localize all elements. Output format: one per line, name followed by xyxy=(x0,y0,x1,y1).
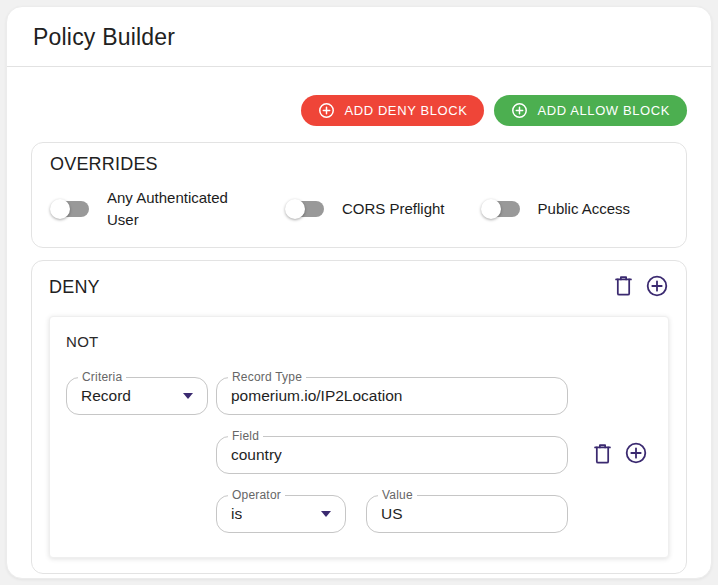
record-type-input-value: pomerium.io/IP2Location xyxy=(231,387,402,405)
add-circle-icon xyxy=(511,102,528,119)
policy-builder-card: Policy Builder ADD DENY BLOCK ADD ALLOW … xyxy=(6,6,712,579)
block-actions-row: ADD DENY BLOCK ADD ALLOW BLOCK xyxy=(31,95,687,126)
deny-block-title: DENY xyxy=(49,277,100,298)
page-title: Policy Builder xyxy=(33,24,685,51)
operator-row: Operator is Value US xyxy=(216,495,652,533)
toggle-item-any-authenticated-user: Any Authenticated User xyxy=(50,187,249,231)
field-input-value: country xyxy=(231,446,282,464)
record-type-input[interactable]: Record Type pomerium.io/IP2Location xyxy=(216,377,568,415)
card-header: Policy Builder xyxy=(7,7,711,67)
delete-criterion-button[interactable] xyxy=(592,442,613,468)
cors-preflight-toggle[interactable] xyxy=(285,198,325,220)
criteria-row: Criteria Record Record Type pomerium.io/… xyxy=(66,377,652,415)
deny-block-actions xyxy=(613,274,669,301)
add-allow-block-button[interactable]: ADD ALLOW BLOCK xyxy=(494,95,687,126)
delete-deny-block-button[interactable] xyxy=(613,274,634,300)
add-criterion-button[interactable] xyxy=(624,441,648,468)
operator-select[interactable]: Operator is xyxy=(216,495,346,533)
public-access-toggle[interactable] xyxy=(481,198,521,220)
criterion-actions xyxy=(592,441,648,468)
overrides-section: OVERRIDES Any Authenticated User CORS Pr… xyxy=(31,142,687,248)
trash-icon xyxy=(613,274,634,300)
operator-select-value: is xyxy=(231,505,242,523)
toggle-thumb xyxy=(481,199,501,219)
overrides-toggles-row: Any Authenticated User CORS Preflight Pu… xyxy=(50,187,668,231)
toggle-thumb xyxy=(285,199,305,219)
criteria-select[interactable]: Criteria Record xyxy=(66,377,208,415)
add-circle-icon xyxy=(624,441,648,468)
public-access-label: Public Access xyxy=(538,198,631,220)
criteria-select-label: Criteria xyxy=(78,370,126,384)
not-group-label: NOT xyxy=(66,333,652,350)
value-input[interactable]: Value US xyxy=(366,495,568,533)
add-circle-icon xyxy=(645,274,669,301)
any-authenticated-user-toggle[interactable] xyxy=(50,198,90,220)
value-input-value: US xyxy=(381,505,403,523)
trash-icon xyxy=(592,442,613,468)
overrides-title: OVERRIDES xyxy=(50,154,668,175)
any-authenticated-user-label: Any Authenticated User xyxy=(107,187,249,231)
field-input[interactable]: Field country xyxy=(216,436,568,474)
add-deny-block-label: ADD DENY BLOCK xyxy=(344,103,467,118)
deny-block-section: DENY xyxy=(31,260,687,574)
value-input-label: Value xyxy=(378,488,417,502)
dropdown-arrow-icon xyxy=(183,393,193,399)
add-rule-to-deny-block-button[interactable] xyxy=(645,274,669,301)
toggle-item-public-access: Public Access xyxy=(481,198,631,220)
add-allow-block-label: ADD ALLOW BLOCK xyxy=(537,103,670,118)
add-circle-icon xyxy=(318,102,335,119)
cors-preflight-label: CORS Preflight xyxy=(342,198,445,220)
not-rule-group: NOT Criteria Record Record Type pomerium… xyxy=(49,316,669,558)
add-deny-block-button[interactable]: ADD DENY BLOCK xyxy=(301,95,484,126)
dropdown-arrow-icon xyxy=(321,511,331,517)
field-row: Field country xyxy=(216,436,652,474)
record-type-input-label: Record Type xyxy=(228,370,306,384)
toggle-thumb xyxy=(50,199,70,219)
toggle-item-cors-preflight: CORS Preflight xyxy=(285,198,445,220)
criteria-select-value: Record xyxy=(81,387,131,405)
operator-select-label: Operator xyxy=(228,488,285,502)
field-input-label: Field xyxy=(228,429,263,443)
